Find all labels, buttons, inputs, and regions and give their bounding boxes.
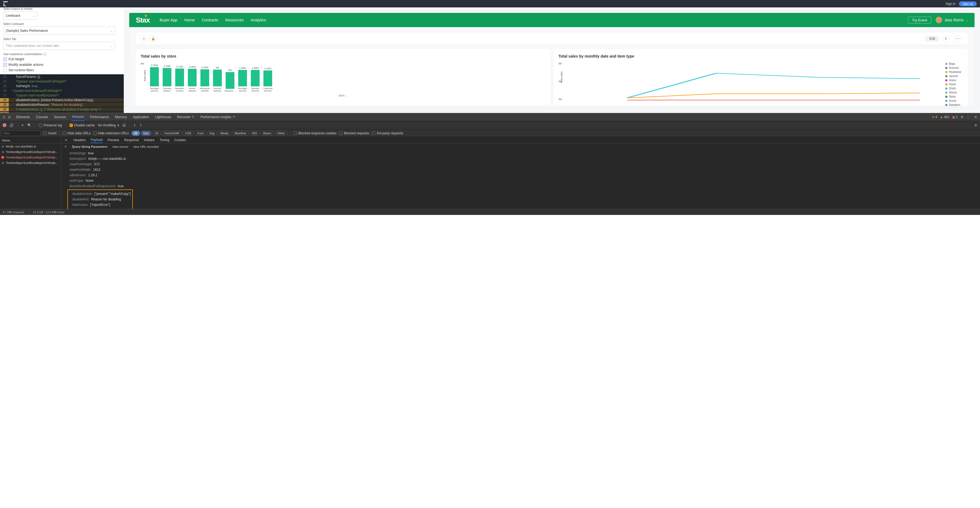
detail-subtab[interactable]: Preview [108, 137, 119, 143]
legend-item[interactable]: Socks [945, 99, 963, 102]
more-icon[interactable]: ⋯ [954, 35, 961, 42]
bar-chart: 4M 2.25MMichigan(49512)2.18MColorado(803… [141, 62, 546, 93]
invert-checkbox[interactable]: Invert [43, 131, 56, 135]
filter-type[interactable]: All [132, 131, 140, 136]
code-editor[interactable]: 23 frameParams: {}, 24 /*param-start-liv… [0, 74, 124, 113]
param-row: hostAppUrl:khivjb——run.stackblitz.io [67, 156, 975, 161]
upload-icon[interactable]: ↥ [134, 123, 136, 127]
user-menu[interactable]: Jess Romo ⌄ [935, 17, 968, 23]
detail-subtab[interactable]: Timing [160, 137, 170, 143]
filter-type[interactable]: Wasm [260, 131, 274, 136]
settings-icon[interactable]: ⚙ [974, 123, 977, 127]
detail-subtab[interactable]: Cookies [174, 137, 186, 143]
nav-item[interactable]: Home [185, 18, 195, 22]
devtools-tab[interactable]: Application [132, 113, 150, 121]
nav-item[interactable]: Buyer App [160, 18, 177, 22]
legend-item[interactable]: Dresses [945, 66, 963, 69]
legend-item[interactable]: Pants [945, 83, 963, 86]
devtools-tab[interactable]: Elements [16, 113, 30, 121]
nav-item[interactable]: Resources [225, 18, 244, 22]
filter-input[interactable] [1, 131, 41, 136]
close-icon[interactable]: ✕ [974, 115, 977, 119]
legend-item[interactable]: Sweaters [945, 103, 963, 106]
detail-subtab[interactable]: Response [124, 137, 139, 143]
filter-type[interactable]: Media [218, 131, 231, 136]
liveboard-select[interactable]: (Sample) Sales Performance ⌄ [3, 27, 115, 35]
feature-select[interactable]: Liveboard ⌄ [3, 11, 37, 20]
blocked-cookies-checkbox[interactable]: Blocked response cookies [294, 131, 337, 135]
filter-type[interactable]: Doc [141, 131, 151, 136]
nav-item[interactable]: Analytics [251, 18, 266, 22]
devtools-tab[interactable]: Network [72, 113, 84, 121]
disable-cache-checkbox[interactable]: Disable cache [70, 123, 95, 127]
legend-item[interactable]: Bags [945, 62, 963, 65]
filter-type[interactable]: Fetch/XHR [162, 131, 181, 136]
view-source-link[interactable]: view source [113, 145, 129, 148]
filter-icon[interactable]: ▼ [21, 123, 24, 127]
detail-subtab[interactable]: Headers [73, 137, 86, 143]
third-party-checkbox[interactable]: 3rd-party requests [372, 131, 403, 135]
error-count: 4 [935, 115, 937, 119]
info-icon[interactable]: i [43, 53, 46, 56]
reqlist-header[interactable]: Name [0, 137, 61, 144]
more-icon[interactable]: ⋮ [966, 115, 970, 119]
legend-item[interactable]: Headwear [945, 70, 963, 73]
filter-type[interactable]: Other [275, 131, 288, 136]
request-row[interactable]: ✕?embedApp=true&hostAppUrl=khivjb... [0, 155, 61, 160]
close-icon[interactable]: ✕ [65, 138, 67, 142]
share-icon[interactable]: ⇪ [942, 35, 949, 42]
edit-button[interactable]: Edit [925, 36, 939, 42]
filter-type[interactable]: Manifest [232, 131, 249, 136]
modifyactions-checkbox-row[interactable]: ✓ Modify available actions [3, 63, 121, 67]
param-row: blockNonEmbedFullAppAccess:true [67, 184, 975, 189]
filter-type[interactable]: WS [250, 131, 259, 136]
devtools-tab[interactable]: Console [35, 113, 48, 121]
detail-subtab[interactable]: Payload [91, 137, 102, 143]
preserve-log-checkbox[interactable]: Preserve log [39, 123, 62, 127]
star-icon[interactable]: ☆ [140, 35, 147, 42]
view-encoded-link[interactable]: view URL-encoded [134, 145, 159, 148]
detail-subtab[interactable]: Initiator [144, 137, 154, 143]
devtools-tab[interactable]: Performance [89, 113, 110, 121]
devtools-tab[interactable]: Sources [53, 113, 67, 121]
clear-button[interactable] [10, 123, 13, 127]
runtimefilters-checkbox-row[interactable]: ✓ Set runtime filters [3, 68, 121, 72]
filter-type[interactable]: Img [207, 131, 217, 136]
throttling-select[interactable]: No throttling ▾ [98, 123, 119, 127]
settings-icon[interactable]: ⚙ [961, 115, 964, 119]
sign-up-button[interactable]: Sign up [959, 2, 977, 6]
filter-type[interactable]: CSS [183, 131, 194, 136]
filter-type[interactable]: Font [195, 131, 206, 136]
tab-select[interactable]: This Liveboard does not contain tabs ⌄ [3, 42, 115, 50]
legend-item[interactable]: Shirts [945, 87, 963, 90]
legend-item[interactable]: Shorts [945, 91, 963, 94]
bar: 2.25MMichigan(49512) [149, 64, 160, 93]
download-icon[interactable]: ↧ [139, 123, 142, 127]
devtools-tab[interactable]: Lighthouse [154, 113, 172, 121]
sign-in-link[interactable]: Sign in [945, 2, 956, 6]
record-button[interactable] [3, 123, 6, 127]
blocked-reqs-checkbox[interactable]: Blocked requests [339, 131, 369, 135]
code: // visibleActions: [], /* Removes all ac… [9, 107, 124, 111]
legend-item[interactable]: Jeans [945, 79, 963, 82]
hide-ext-checkbox[interactable]: Hide extension URLs [93, 131, 129, 135]
devtools-tab[interactable]: Performance insights ⚗ [200, 113, 236, 121]
request-row[interactable]: ▤?embedApp=true&hostAppUrl=khivjb... [0, 149, 61, 155]
device-icon[interactable]: ⧉ [8, 115, 11, 119]
legend-item[interactable]: Jackets [945, 75, 963, 78]
request-row[interactable]: ▤khivjb--run.stackblitz.io [0, 144, 61, 149]
wifi-icon[interactable]: ⏻ [123, 123, 126, 127]
inspect-icon[interactable]: ⊡ [3, 115, 5, 119]
filter-type[interactable]: JS [152, 131, 161, 136]
hide-data-checkbox[interactable]: Hide data URLs [63, 131, 91, 135]
legend-item[interactable]: Skirts [945, 95, 963, 98]
bar: 2.02MMinnesota(55369) [199, 66, 210, 93]
devtools-tab[interactable]: Memory [115, 113, 127, 121]
lock-icon[interactable]: 🔒 [150, 35, 157, 42]
search-icon[interactable]: 🔍 [27, 123, 32, 127]
request-row[interactable]: ▤?embedApp=true&hostAppUrl=khivjb... [0, 160, 61, 166]
try-event-button[interactable]: Try Event [908, 17, 931, 24]
devtools-tab[interactable]: Recorder ⚗ [177, 113, 195, 121]
nav-item[interactable]: Contracts [202, 18, 218, 22]
fullheight-checkbox-row[interactable]: ✓ Full Height [3, 57, 121, 61]
